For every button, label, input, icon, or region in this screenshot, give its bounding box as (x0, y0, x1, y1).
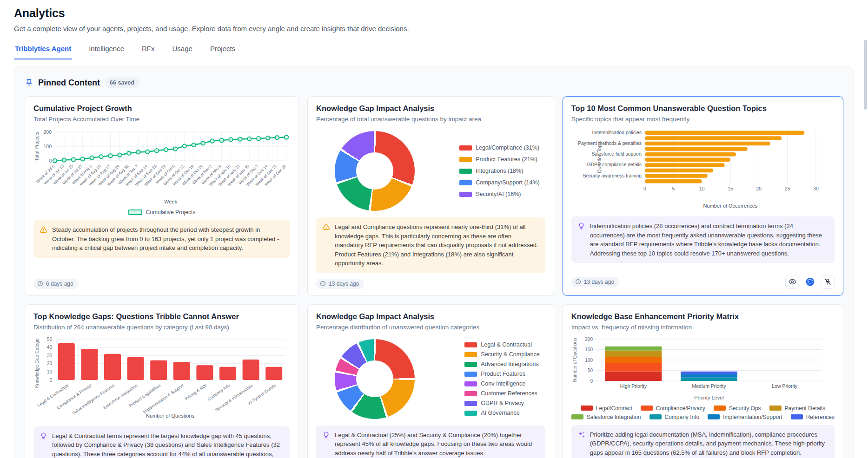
legend-item: Product Features (464, 371, 539, 377)
pinned-title: Pinned Content (38, 78, 100, 88)
legend-item: Customer References (464, 390, 539, 397)
svg-text:0: 0 (590, 378, 593, 383)
card-priority-matrix[interactable]: Knowledge Base Enhancement Priority Matr… (563, 304, 843, 458)
svg-text:50: 50 (47, 336, 53, 341)
donut-legend: Legal & ContractualSecurity & Compliance… (464, 341, 539, 416)
svg-text:GDPR compliance details: GDPR compliance details (587, 162, 641, 167)
svg-text:Company Info: Company Info (207, 383, 231, 401)
clock-icon (320, 281, 326, 287)
pin-icon (25, 79, 33, 87)
clock-icon (575, 279, 581, 285)
card-subtitle: Impact vs. frequency of missing informat… (571, 324, 835, 331)
svg-text:Week: Week (164, 199, 177, 204)
donut (335, 339, 415, 419)
page-scrollbar[interactable] (864, 0, 867, 458)
svg-text:200: 200 (43, 129, 52, 135)
svg-text:200: 200 (585, 336, 593, 341)
svg-text:30: 30 (813, 186, 819, 191)
lightbulb-icon (577, 222, 585, 230)
tab-usage[interactable]: Usage (172, 43, 193, 59)
card-subtitle: Percentage of total unanswerable questio… (316, 116, 545, 123)
tab-projects[interactable]: Projects (209, 43, 236, 59)
svg-text:20: 20 (756, 186, 762, 191)
svg-text:Total Projects: Total Projects (34, 131, 40, 161)
timestamp-badge: 13 days ago (571, 277, 619, 287)
donut-chart: Legal/Compliance (31%)Product Features (… (316, 127, 545, 213)
svg-text:20: 20 (47, 361, 53, 366)
svg-text:15: 15 (728, 186, 733, 191)
sphere-icon (805, 277, 815, 287)
lightbulb-icon (322, 431, 330, 439)
scrollbar-thumb[interactable] (864, 40, 867, 110)
pinned-content-section: Pinned Content 66 saved Cumulative Proje… (14, 66, 854, 458)
donut (335, 131, 415, 211)
legend-item: Payment Details (769, 405, 825, 412)
timestamp-badge: 13 days ago (316, 279, 364, 289)
svg-text:Sales Intelligence Features: Sales Intelligence Features (71, 383, 115, 416)
card-top-knowledge-gaps[interactable]: Top Knowledge Gaps: Questions Tribble Ca… (25, 304, 299, 458)
legend-item: Security/AI (16%) (459, 191, 540, 197)
svg-text:Knowledge Gap Catego: Knowledge Gap Catego (34, 338, 40, 388)
tab-rfx[interactable]: RFx (141, 43, 156, 59)
legend-item: Implementation/Support (708, 414, 782, 420)
lightbulb-icon (40, 432, 47, 440)
card-subtitle: Specific topics that appear most frequen… (571, 116, 835, 123)
insight-text: Indemnification policies (28 occurrences… (590, 222, 828, 258)
card-cumulative-project-growth[interactable]: Cumulative Project Growth Total Projects… (25, 96, 299, 296)
insight-warning: Steady accumulation of projects througho… (33, 220, 290, 258)
legend-item: Security Ops (714, 405, 761, 412)
legend-swatch (128, 209, 142, 215)
view-button[interactable] (785, 275, 799, 289)
card-title: Top Knowledge Gaps: Questions Tribble Ca… (33, 312, 290, 321)
svg-text:25: 25 (785, 186, 790, 191)
insight-sparkles: Prioritize adding legal documentation (M… (571, 425, 835, 458)
svg-text:Number of Occurrences: Number of Occurrences (703, 203, 757, 209)
legend-item: GDPR & Privacy (464, 400, 539, 406)
card-title: Top 10 Most Common Unanswerable Question… (571, 104, 835, 113)
legend-item: Security & Compliance (464, 351, 539, 358)
svg-text:High Priority: High Priority (620, 383, 647, 389)
pin-off-icon (824, 278, 832, 286)
card-title: Cumulative Project Growth (33, 104, 290, 113)
card-subtitle: Total Projects Accumulated Over Time (33, 116, 290, 123)
insight-text: Legal and Compliance questions represent… (335, 222, 539, 268)
svg-text:Security & Infrastructure: Security & Infrastructure (214, 383, 254, 412)
card-subtitle: Percentage distribution of unanswered qu… (316, 324, 545, 331)
svg-text:0: 0 (643, 186, 646, 191)
insight-text: Steady accumulation of projects througho… (52, 225, 284, 253)
legend-item: AI Governance (464, 410, 539, 416)
card-footer: 13 days ago (571, 269, 835, 289)
legend-item: Product Features (21%) (459, 156, 540, 163)
donut-legend: Legal/Compliance (31%)Product Features (… (459, 144, 540, 197)
card-actions (785, 275, 835, 289)
svg-text:10: 10 (699, 186, 705, 191)
insight-warning: Legal and Compliance questions represent… (316, 217, 545, 273)
insight-text: Legal & Contractual (25%) and Security &… (335, 431, 539, 458)
stacked-bar-chart: 050100150200High PriorityMedium Priority… (571, 335, 835, 420)
legend-label: Cumulative Projects (146, 209, 196, 216)
insight-text: Legal & Contractual terms represent the … (52, 432, 284, 458)
card-knowledge-gap-impact-2[interactable]: Knowledge Gap Impact Analysis Percentage… (307, 304, 554, 458)
svg-text:5: 5 (672, 186, 675, 191)
sphere-button[interactable] (803, 275, 817, 289)
legend-item: Company/Support (14%) (459, 179, 540, 186)
card-knowledge-gap-impact-1[interactable]: Knowledge Gap Impact Analysis Percentage… (307, 96, 554, 296)
legend-item: Integrations (18%) (459, 168, 540, 174)
card-top-10-unanswerable-topics[interactable]: Top 10 Most Common Unanswerable Question… (563, 96, 843, 296)
tab-bar: Tribblytics AgentIntelligenceRFxUsagePro… (14, 43, 854, 59)
legend-item: Conv Intelligence (464, 380, 539, 387)
legend-item: Advanced Integrations (464, 361, 539, 367)
tab-intelligence[interactable]: Intelligence (88, 43, 125, 59)
legend-item: Compliance/Privacy (641, 405, 705, 412)
unpin-button[interactable] (821, 275, 835, 289)
svg-text:Question Topic: Question Topic (596, 141, 602, 173)
svg-text:Security awareness training: Security awareness training (583, 173, 642, 178)
card-subtitle: Distribution of 264 unanswerable questio… (33, 324, 290, 331)
saved-count-badge: 66 saved (105, 78, 139, 88)
card-footer: 13 days ago (316, 273, 545, 289)
legend-item: Legal/Contract (581, 405, 632, 412)
donut-chart: Legal & ContractualSecurity & Compliance… (316, 335, 545, 421)
line-chart: 0100200Week of Jul 6Week of Jul 13Week o… (33, 127, 290, 208)
tab-tribblytics-agent[interactable]: Tribblytics Agent (14, 43, 72, 59)
insight-lightbulb: Legal & Contractual terms represent the … (33, 426, 290, 458)
